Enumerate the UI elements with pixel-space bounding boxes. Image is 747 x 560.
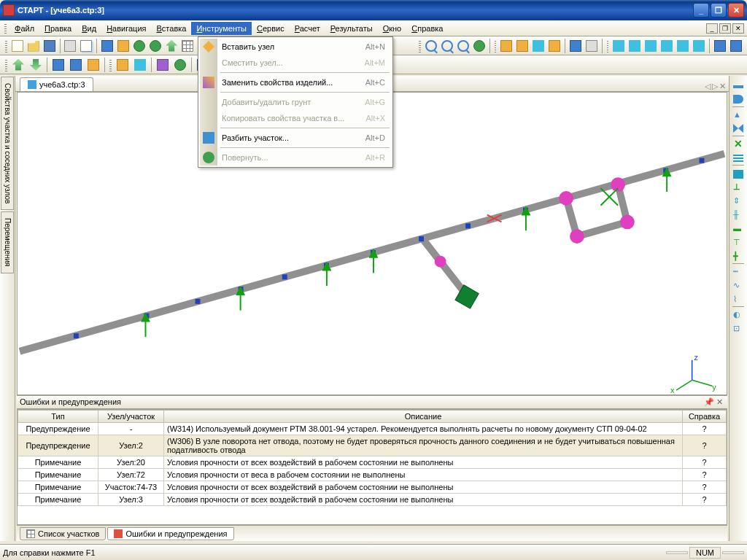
col-help[interactable]: Справка [683,411,727,423]
tb2-btn-2[interactable] [28,57,44,73]
new-button[interactable] [10,38,25,54]
error-row[interactable]: Предупреждение-(W314) Используемый докум… [18,423,727,435]
rtool-valve[interactable] [731,122,746,135]
error-row[interactable]: ПредупреждениеУзел:2(W306) В узле поворо… [18,435,727,456]
close-button[interactable]: ✕ [728,3,744,18]
toolbar-handle[interactable] [5,58,7,71]
toolbar-handle[interactable] [607,39,609,52]
col-desc[interactable]: Описание [164,411,683,423]
open-button[interactable] [26,38,41,54]
tb2-btn-8[interactable] [155,57,171,73]
rtool-tee[interactable] [731,166,746,179]
rtool-anchor[interactable]: ⊤ [731,236,746,249]
mdi-restore-button[interactable]: ❐ [719,23,731,34]
rtool-x[interactable]: ✕ [731,137,746,150]
menu-расчет[interactable]: Расчет [290,22,325,35]
rtool-misc-5[interactable]: ⊡ [731,322,746,335]
tabstrip-next-button[interactable]: ▷ [712,82,718,91]
tabstrip-prev-button[interactable]: ◁ [705,82,711,91]
tb-btn-20[interactable] [547,38,562,54]
rtool-spring[interactable]: ⊥ [731,180,746,193]
menu-файл[interactable]: Файл [9,22,39,35]
menu-вид[interactable]: Вид [77,22,101,35]
rtool-support-1[interactable]: ▲ [731,108,746,121]
mdi-close-button[interactable]: ✕ [732,23,744,34]
tb-btn-5[interactable] [164,38,179,54]
rtool-misc-3[interactable]: ⌇ [731,292,746,306]
left-tab-movements[interactable]: Перемещения [1,211,14,273]
tb-btn-6[interactable] [180,38,195,54]
tb-btn-29[interactable] [713,38,727,54]
menu-навигация[interactable]: Навигация [101,22,151,35]
tb-btn-21[interactable] [568,38,583,54]
tb2-btn-9[interactable] [172,57,188,73]
error-row[interactable]: ПримечаниеУчасток:74-73Условия прочности… [18,481,727,494]
minimize-button[interactable]: _ [693,3,709,18]
tb-btn-19[interactable] [531,38,546,54]
tb-btn-1[interactable] [100,38,115,54]
tb-btn-30[interactable] [729,38,743,54]
errors-panel-close-button[interactable]: ✕ [714,397,724,407]
toolbar-handle[interactable] [495,39,497,52]
tb2-btn-1[interactable] [10,57,26,73]
col-type[interactable]: Тип [18,411,98,423]
menu-инструменты[interactable]: Инструменты [191,22,252,35]
menu-справка[interactable]: Справка [406,22,448,35]
bottom-tab[interactable]: Список участков [20,527,106,540]
tb-btn-26[interactable] [659,38,674,54]
menubar-handle[interactable] [4,23,7,34]
tb2-btn-3[interactable] [50,57,66,73]
toolbar-handle[interactable] [5,39,7,52]
tb-btn-22[interactable] [584,38,599,54]
tb-btn-2[interactable] [116,38,131,54]
document-tab[interactable]: уче6а3.ctp:3 [20,77,93,91]
col-node[interactable]: Узел/участок [98,411,164,423]
tb2-btn-6[interactable] [115,57,131,73]
menu-item[interactable]: Разбить участок...Alt+D [200,130,391,146]
tb-btn-28[interactable] [692,38,706,54]
rtool-comp[interactable]: ⇕ [731,194,746,207]
left-tab-properties[interactable]: Свойства участка и соседних узлов [1,77,14,210]
error-row[interactable]: ПримечаниеУзел:3Условия прочности от все… [18,494,727,506]
tb-btn-18[interactable] [515,38,530,54]
tb2-btn-7[interactable] [132,57,148,73]
rtool-guide[interactable]: ╋ [731,249,746,262]
print-button[interactable] [63,38,77,54]
tb-btn-25[interactable] [643,38,658,54]
tb-btn-27[interactable] [676,38,690,54]
rtool-hang[interactable]: ╫ [731,208,746,221]
rtool-misc-2[interactable]: ∿ [731,279,746,292]
error-row[interactable]: ПримечаниеУзел:72Условия прочности от ве… [18,469,727,481]
zoom-out-button[interactable] [440,38,454,54]
tb-btn-3[interactable] [132,38,147,54]
rtool-misc-4[interactable]: ◐ [731,308,746,321]
maximize-button[interactable]: ❐ [711,3,727,18]
mdi-minimize-button[interactable]: _ [706,23,718,34]
tb-btn-23[interactable] [611,38,626,54]
rtool-hatch[interactable] [731,151,746,164]
toolbar-handle[interactable] [109,58,112,71]
menu-сервис[interactable]: Сервис [252,22,290,35]
menu-вставка[interactable]: Вставка [152,22,192,35]
toolbar-handle[interactable] [419,39,421,52]
tb2-btn-4[interactable] [68,57,84,73]
error-row[interactable]: ПримечаниеУзел:20Условия прочности от вс… [18,456,727,469]
tb2-btn-5[interactable] [85,57,101,73]
refresh-button[interactable] [472,38,487,54]
rtool-line[interactable] [731,79,746,92]
tb-btn-17[interactable] [499,38,514,54]
rtool-slide[interactable]: ▬ [731,222,746,235]
rtool-bend[interactable] [731,93,746,106]
errors-table[interactable]: Тип Узел/участок Описание Справка Предуп… [17,409,727,525]
errors-panel-pin-button[interactable]: 📌 [704,397,714,407]
copy-button[interactable] [79,38,93,54]
menu-item[interactable]: Вставить узелAlt+N [200,39,391,55]
menu-item[interactable]: Заменить свойства изделий...Alt+C [200,74,391,90]
tb-btn-4[interactable] [148,38,163,54]
bottom-tab[interactable]: Ошибки и предупреждения [107,527,233,540]
menu-окно[interactable]: Окно [378,22,407,35]
zoom-in-button[interactable] [424,38,438,54]
menu-результаты[interactable]: Результаты [325,22,378,35]
rtool-misc-1[interactable]: ┅ [731,265,746,278]
zoom-fit-button[interactable] [456,38,471,54]
